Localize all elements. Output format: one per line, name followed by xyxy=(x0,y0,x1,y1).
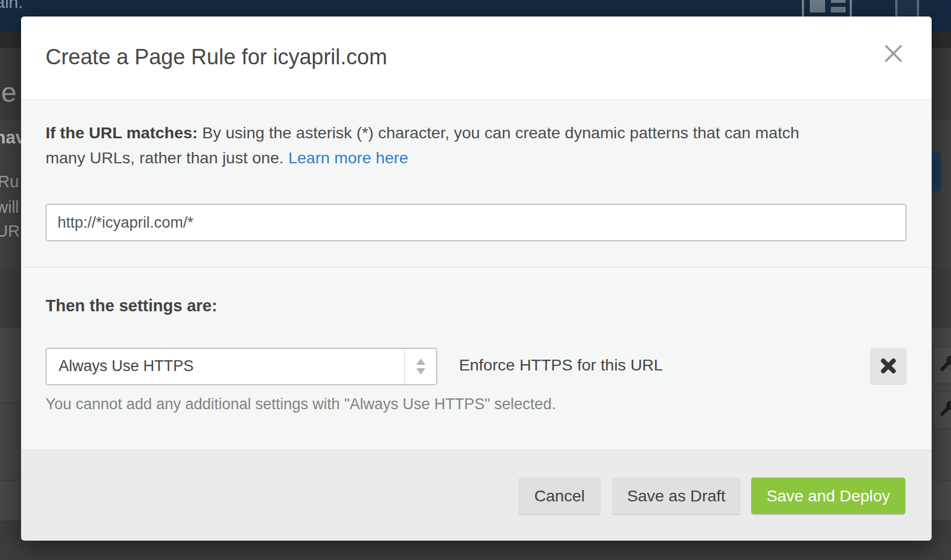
save-and-deploy-button[interactable]: Save and Deploy xyxy=(751,477,905,514)
background-text-fragment: Ru xyxy=(0,172,19,191)
section-divider xyxy=(21,267,932,267)
close-button[interactable] xyxy=(881,42,906,67)
background-wrench-button xyxy=(933,347,951,384)
background-text-fragment: e xyxy=(1,76,17,108)
modal-header: Create a Page Rule for icyapril.com xyxy=(21,17,932,100)
background-text-fragment: UR xyxy=(0,222,20,241)
background-text-fragment: ain. xyxy=(0,0,23,12)
background-wrench-button xyxy=(933,392,951,429)
remove-setting-button[interactable] xyxy=(870,348,907,384)
learn-more-link[interactable]: Learn more here xyxy=(288,149,408,167)
select-separator xyxy=(404,349,405,384)
select-spinner[interactable] xyxy=(411,349,429,384)
settings-note: You cannot add any additional settings w… xyxy=(46,396,556,413)
modal-footer: Cancel Save as Draft Save and Deploy xyxy=(21,450,932,541)
setting-select-value: Always Use HTTPS xyxy=(59,357,194,375)
cancel-button[interactable]: Cancel xyxy=(518,477,601,514)
modal-title: Create a Page Rule for icyapril.com xyxy=(46,45,387,69)
remove-icon xyxy=(870,356,907,376)
setting-select[interactable]: Always Use HTTPS xyxy=(46,348,437,385)
settings-heading: Then the settings are: xyxy=(46,297,217,315)
url-match-label: If the URL matches: xyxy=(46,123,198,142)
setting-description: Enforce HTTPS for this URL xyxy=(459,356,663,374)
close-icon xyxy=(882,58,905,67)
page-background: ain. e nav Ru will UR Create a Page Rule… xyxy=(0,0,951,560)
save-as-draft-button[interactable]: Save as Draft xyxy=(612,477,740,514)
page-rule-modal: Create a Page Rule for icyapril.com If t… xyxy=(21,17,932,540)
background-blue-button-fragment xyxy=(932,153,941,191)
chevron-down-icon xyxy=(416,368,425,374)
background-text-fragment: will xyxy=(0,198,19,217)
chevron-up-icon xyxy=(416,359,425,365)
url-pattern-input[interactable] xyxy=(46,204,907,241)
url-match-description: If the URL matches: By using the asteris… xyxy=(46,120,840,170)
